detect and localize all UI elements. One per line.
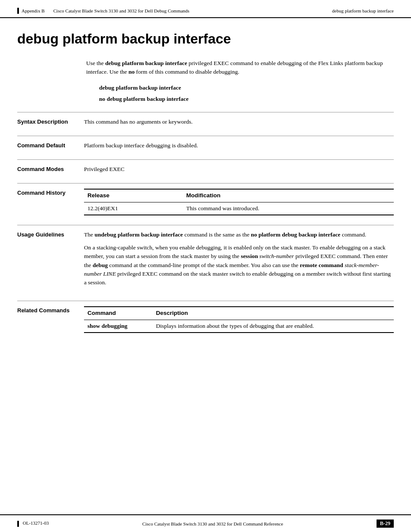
usage-guidelines-content: The undebug platform backup interface co… [84, 230, 394, 292]
usage-para-1: The undebug platform backup interface co… [84, 230, 394, 239]
history-modification-val: This command was introduced. [183, 202, 394, 215]
header-right: debug platform backup interface [332, 8, 394, 13]
command-modes-section: Command Modes Privileged EXEC [17, 159, 394, 174]
related-col-command: Command [84, 307, 153, 320]
command-line-2: no debug platform backup interface [99, 96, 394, 103]
intro-bold2: no [128, 68, 134, 75]
related-commands-label: Related Commands [17, 306, 84, 333]
usage-para-2: On a stacking-capable switch, when you e… [84, 243, 394, 287]
usage-bold-remote: remote command [300, 262, 343, 268]
command-default-label: Command Default [17, 141, 84, 150]
command-default-content: Platform backup interface debugging is d… [84, 141, 394, 150]
intro-paragraph: Use the debug platform backup interface … [86, 59, 394, 77]
usage-bold-session: session [241, 253, 258, 259]
table-row: 12.2(40)EX1 This command was introduced. [84, 202, 394, 215]
related-commands-table: Command Description show debugging Displ… [84, 306, 394, 333]
command-modes-content: Privileged EXEC [84, 165, 394, 174]
related-command-val: show debugging [84, 320, 153, 333]
command-default-section: Command Default Platform backup interfac… [17, 136, 394, 150]
page-footer: OL-13271-03 Cisco Catalyst Blade Switch … [0, 514, 411, 532]
usage-guidelines-label: Usage Guidelines [17, 230, 84, 292]
command-history-content: Release Modification 12.2(40)EX1 This co… [84, 189, 394, 215]
command-line-1: debug platform backup interface [99, 84, 394, 91]
related-col-description: Description [153, 307, 394, 320]
history-col-modification: Modification [183, 189, 394, 202]
usage-guidelines-section: Usage Guidelines The undebug platform ba… [17, 225, 394, 292]
intro-text3: form of this command to disable debuggin… [136, 68, 240, 75]
history-col-release: Release [84, 189, 183, 202]
related-commands-section: Related Commands Command Description sho… [17, 301, 394, 333]
intro-bold1: debug platform backup interface [105, 60, 187, 66]
related-description-val: Displays information about the types of … [153, 320, 394, 333]
command-history-table: Release Modification 12.2(40)EX1 This co… [84, 189, 394, 215]
footer-bar-icon [17, 521, 19, 527]
usage-italic-switch: switch-number [259, 253, 294, 259]
syntax-description-content: This command has no arguments or keyword… [84, 118, 394, 126]
table-row: show debugging Displays information abou… [84, 320, 394, 333]
header-bar-icon [17, 8, 19, 14]
usage-bold-debug: debug [93, 262, 108, 268]
footer-page-number: B-29 [377, 520, 394, 528]
header-title-left: Cisco Catalyst Blade Switch 3130 and 303… [53, 8, 190, 13]
related-commands-content: Command Description show debugging Displ… [84, 306, 394, 333]
usage-bold-undebug: undebug platform backup interface [94, 231, 183, 238]
page-header: Appendix B Cisco Catalyst Blade Switch 3… [0, 0, 411, 18]
command-modes-label: Command Modes [17, 165, 84, 174]
main-content: debug platform backup interface Use the … [0, 18, 411, 367]
header-appendix: Appendix B [22, 8, 44, 13]
syntax-description-section: Syntax Description This command has no a… [17, 112, 394, 126]
header-left: Appendix B Cisco Catalyst Blade Switch 3… [17, 8, 190, 14]
command-history-label: Command History [17, 189, 84, 215]
syntax-description-label: Syntax Description [17, 118, 84, 126]
page-title: debug platform backup interface [17, 31, 394, 47]
footer-center: Cisco Catalyst Blade Switch 3130 and 303… [142, 521, 283, 526]
usage-bold-no: no platform debug backup interface [251, 231, 340, 238]
footer-left: OL-13271-03 [17, 520, 49, 526]
command-history-section: Command History Release Modification 12.… [17, 183, 394, 215]
footer-doc-number: OL-13271-03 [23, 520, 49, 526]
history-release-val: 12.2(40)EX1 [84, 202, 183, 215]
